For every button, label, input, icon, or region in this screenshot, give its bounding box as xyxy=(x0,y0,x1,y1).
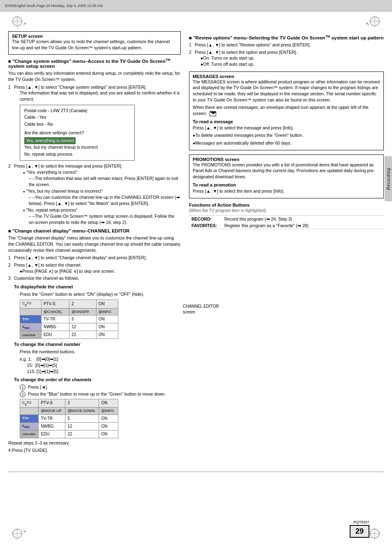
t2-tv-num: 5 xyxy=(65,415,99,422)
change-system-intro: You can also verify any information ente… xyxy=(8,70,181,82)
table2-top-row: CgTV PTV-S 2 ON xyxy=(20,399,118,407)
change-number-eg: e.g. 1: [0]➡[0]➡[1] 15: [0]➡[1]➡[5] 115:… xyxy=(14,356,181,374)
corner-arrow-bl: ↘ xyxy=(23,528,26,534)
messages-unread: When there are unread messages, an envel… xyxy=(193,104,380,116)
t2-nwbg-status: ON xyxy=(99,422,118,430)
change-number-title: To change the channel number xyxy=(14,341,181,348)
review-options-steps: 1 Press [▲, ▼] to select "Review options… xyxy=(189,42,384,67)
t1-h2: @ON/OFF xyxy=(69,308,96,315)
info-question: Are the above settings correct? xyxy=(24,130,130,136)
t1-tv-icon: TV> xyxy=(20,315,42,323)
step-1-sub: The information that was set is displaye… xyxy=(14,90,181,102)
t2-top-2: 2 xyxy=(65,399,99,407)
setup-screen-title: SETUP screen xyxy=(12,34,177,39)
t1-nwbg-num: 12 xyxy=(69,323,96,331)
channel-table-1-wrap: CgTV PTV-S 2 ON @CANCEL @ON/OFF @INFO. xyxy=(20,299,181,339)
change-channel-heading: "Change channel display" menu–CHANNEL ED… xyxy=(8,228,181,233)
t2-nwbg-icon: ANBC xyxy=(20,422,39,430)
rqt-number: RQT8307 xyxy=(350,520,369,524)
t2-tv-icon: TV> xyxy=(20,415,39,422)
t1-edu-name: EDU xyxy=(41,331,69,339)
t2-edu-name: EDU xyxy=(39,430,65,438)
messages-delete-bullet: ●To delete unwanted messages press the "… xyxy=(193,132,380,138)
t1-tv-status: ON xyxy=(96,315,118,323)
messages-screen-box: MESSAGES screen The MESSAGES screen is w… xyxy=(189,71,384,150)
bullet-no-repeat: "No, repeat setup process" –The TV Guide… xyxy=(17,207,181,225)
t1-top-3: ON xyxy=(96,300,118,308)
messages-screen-body: The MESSAGES screen is where additional … xyxy=(193,79,380,103)
bullet-yes-correct: "Yes, everything is correct" –The inform… xyxy=(17,169,181,187)
t2-h1: @MOVE UP xyxy=(39,407,65,415)
recording-label: Recording xyxy=(386,168,391,190)
table1-edu-row: columbia EDU 22 ON xyxy=(20,331,118,339)
channel-editor-label: CHANNEL EDITOR screen xyxy=(183,304,232,315)
t1-h0 xyxy=(20,308,42,315)
read-promotion-title: To read a promotion xyxy=(193,182,380,187)
step-4: 4 Press [TV GUIDE]. xyxy=(8,447,181,454)
step-2-text: Press [▲, ▼] to select the message and p… xyxy=(14,164,122,168)
reg-mark-tl xyxy=(12,16,23,27)
recording-sidebar: Recording xyxy=(385,156,392,201)
t2-h0 xyxy=(20,407,39,415)
header-bar: EH50English.book Page 29 Monday, July 4,… xyxy=(0,0,392,12)
messages-screen-title: MESSAGES screen xyxy=(193,74,380,79)
t2-nwbg-num: 12 xyxy=(65,422,99,430)
setup-screen-box: SETUP screen The SETUP screen allows you… xyxy=(8,31,181,55)
read-promotion-body: Press [▲, ▼] to select the item and pres… xyxy=(193,188,380,194)
t2-top-1: PTV-S xyxy=(39,399,65,407)
actions-favorites-row: FAVORITES: Register this program as a "F… xyxy=(189,222,384,229)
change-system-steps: 1 Press [▲, ▼] to select "Change system … xyxy=(8,84,181,226)
sub-no-repeat: –The TV Guide On Screen™ system setup sc… xyxy=(23,213,181,225)
channel-step-3: 3 Customize the channel as follows. To d… xyxy=(8,275,181,438)
channel-step-1-text: Press [▲, ▼] to select "Change channel d… xyxy=(14,255,147,260)
right-column: "Review options" menu–Selecting the TV G… xyxy=(189,31,384,455)
review-step-2: 2 Press [▲, ▼] to select the option and … xyxy=(189,49,384,67)
actions-favorites-label: FAVORITES: xyxy=(189,222,222,229)
step-1-text: Press [▲, ▼] to select "Change system se… xyxy=(14,85,147,90)
channel-table-1: CgTV PTV-S 2 ON @CANCEL @ON/OFF @INFO. xyxy=(20,299,118,339)
t1-h1: @CANCEL xyxy=(41,308,69,315)
review-bullet-on: ●On: Turns on auto start up. xyxy=(195,55,384,61)
step-2: 2 Press [▲, ▼] to select the message and… xyxy=(8,163,181,225)
info-option-2: Yes, but my channel lineup is incorrect xyxy=(24,144,130,150)
table1-nwbg-row: ANBC NWBG 12 ON xyxy=(20,323,118,331)
circle-2: 2 xyxy=(20,391,25,397)
t1-nwbg-icon: ANBC xyxy=(20,323,42,331)
t2-edu-status: ON xyxy=(99,430,118,438)
t1-nwbg-name: NWBG xyxy=(41,323,69,331)
actions-record-label: RECORD: xyxy=(189,215,222,222)
sub-yes-correct: –The information that was set will remai… xyxy=(23,175,181,187)
circle-1: 1 xyxy=(20,385,25,390)
table1-tv-row: TV> TV-TR 5 ON xyxy=(20,315,118,323)
actions-record-value: Record this program (➡ 24, Step 3) xyxy=(222,215,384,222)
channel-step-1: 1 Press [▲, ▼] to select "Change channel… xyxy=(8,255,181,261)
action-buttons-subtitle: (When the TV program item is highlighted… xyxy=(189,208,384,213)
content-area: SETUP screen The SETUP screen allows you… xyxy=(0,12,392,472)
t1-top-2: 2 xyxy=(69,300,96,308)
t1-top-1: PTV-S xyxy=(41,300,69,308)
promotions-screen-box: PROMOTIONS screen The PROMOTIONS screen … xyxy=(189,154,384,198)
change-channel-intro: The "Change channel display" menu allows… xyxy=(8,235,181,253)
messages-auto-delete-bullet: ●Messages are automatically deleted afte… xyxy=(193,140,380,146)
bottom-divider xyxy=(8,472,384,472)
read-message-title: To read a message xyxy=(193,119,380,124)
t1-edu-num: 22 xyxy=(69,331,96,339)
reg-mark-tr xyxy=(369,16,380,27)
file-info: EH50English.book Page 29 Monday, July 4,… xyxy=(5,4,103,8)
repeat-steps: Repeat steps 2–3 as necessary. xyxy=(8,440,181,446)
envelope-icon xyxy=(210,111,216,116)
change-order-step2: 2 Press the "Blue" button to move up or … xyxy=(14,391,181,397)
table2-nwbg-row: ANBC NWBG 12 ON xyxy=(20,422,118,430)
page-container: EH50English.book Page 29 Monday, July 4,… xyxy=(0,0,392,555)
review-step-1: 1 Press [▲, ▼] to select "Review options… xyxy=(189,42,384,48)
info-option-3: No, repeat setup process xyxy=(24,151,130,157)
channel-step-2: 2 Press [▲, ▼] to select the channel. ●P… xyxy=(8,262,181,274)
corner-arrow-tl: ↗ xyxy=(23,21,26,27)
t1-edu-icon: columbia xyxy=(20,331,42,339)
info-line-1: Postal code - L4W 2T3 (Canada) xyxy=(24,108,130,114)
t1-tv-num: 5 xyxy=(69,315,96,323)
rqt-label: RQT8307 29 xyxy=(350,520,369,538)
actions-record-row: RECORD: Record this program (➡ 24, Step … xyxy=(189,215,384,222)
setup-screen-body: The SETUP screen allows you to redo the … xyxy=(12,39,177,51)
t2-tv-status: ON xyxy=(99,415,118,422)
